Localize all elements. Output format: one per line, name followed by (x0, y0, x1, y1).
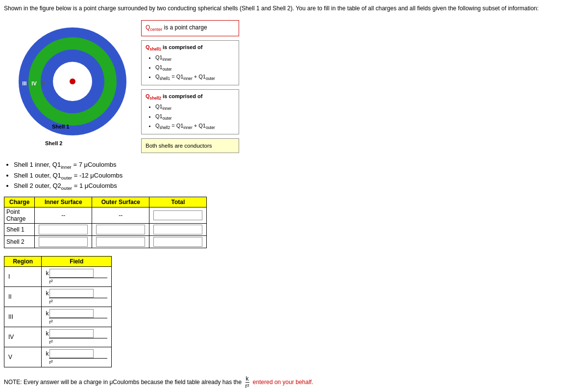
info-boxes-container: Qcenter is a point charge Qshell1 is com… (141, 20, 239, 153)
shell2-label: Shell 2 (45, 140, 62, 146)
field-k-III: k (46, 310, 49, 317)
given-values-list: Shell 1 inner, Q1inner = 7 μCoulombs She… (14, 161, 584, 191)
region-I-label: I (4, 267, 42, 287)
shell2-info-box: Qshell2 is comprised of Q1inner Q1outer … (141, 89, 239, 134)
shell2-outer-input[interactable] (96, 237, 145, 247)
shell1-title: Qshell1 is comprised of (146, 43, 235, 52)
inner-surface-col-header: Inner Surface (35, 197, 92, 207)
conductors-info-box: Both shells are conductors (141, 138, 239, 153)
total-col-header: Total (149, 197, 207, 207)
region-II-label: II (4, 287, 42, 307)
shell2-total-input[interactable] (153, 237, 202, 247)
field-denom-V: r² (49, 359, 52, 365)
table-row: Point Charge -- -- (4, 207, 207, 224)
field-k-IV: k (46, 330, 49, 337)
note-line: NOTE: Every answer will be a charge in μ… (4, 375, 584, 388)
shell1-inner-input[interactable] (39, 225, 88, 234)
region-label-I: I (8, 80, 9, 86)
row-label-point-charge: Point Charge (4, 207, 35, 224)
point-charge-label: Qcenter (146, 24, 162, 31)
shell1-label: Shell 1 (52, 124, 69, 129)
shell1-outer-cell (92, 224, 149, 236)
charge-table-wrap: Charge Inner Surface Outer Surface Total… (4, 197, 584, 248)
point-charge-info-box: Qcenter is a point charge (141, 20, 239, 36)
charge-col-header: Charge (4, 197, 35, 207)
shell1-outer-input[interactable] (96, 225, 145, 234)
table-row: Shell 2 (4, 236, 207, 248)
shell1-info-box: Qshell1 is comprised of Q1inner Q1outer … (141, 40, 239, 85)
given-shell1-inner: Shell 1 inner, Q1inner = 7 μCoulombs (14, 161, 584, 170)
point-charge-outer: -- (92, 207, 149, 224)
region-table-wrap: Region Field I k r² (4, 256, 584, 367)
field-III-input[interactable] (49, 309, 94, 318)
field-II-input[interactable] (49, 289, 94, 298)
center-point-charge (70, 78, 75, 84)
field-denom-II: r² (49, 299, 52, 305)
shell2-inner-input[interactable] (39, 237, 88, 247)
field-III-cell: k r² (42, 307, 112, 327)
note-fraction: k r² (245, 375, 249, 388)
shell1-list: Q1inner Q1outer Qshell1 = Q1inner + Q1ou… (146, 53, 235, 82)
field-V-cell: k r² (42, 347, 112, 367)
shell1-total-cell (149, 224, 207, 236)
shell2-total-cell (149, 236, 207, 248)
field-IV-cell: k r² (42, 327, 112, 347)
note-prefix: NOTE: Every answer will be a charge in μ… (4, 379, 242, 386)
note-suffix: entered on your behalf. (253, 379, 313, 386)
table-row: I k r² (4, 267, 112, 287)
region-V-label: V (4, 347, 42, 367)
region-label-IV: IV (31, 80, 36, 86)
point-charge-total (149, 207, 207, 224)
shell1-total-input[interactable] (153, 225, 202, 234)
shell1-inner-cell (35, 224, 92, 236)
shell2-inner-cell (35, 236, 92, 248)
shell2-title: Qshell2 is comprised of (146, 92, 235, 102)
table-row: III k r² (4, 307, 112, 327)
region-col-header: Region (4, 257, 42, 267)
field-I-input[interactable] (49, 269, 94, 278)
given-shell1-outer: Shell 1 outer, Q1outer = -12 μCoulombs (14, 172, 584, 181)
field-II-cell: k r² (42, 287, 112, 307)
point-charge-text: is a point charge (164, 24, 207, 31)
table-row: IV k r² (4, 327, 112, 347)
region-III-label: III (4, 307, 42, 327)
point-charge-total-input[interactable] (153, 210, 202, 220)
table-row: Shell 1 (4, 224, 207, 236)
note-fraction-num: k (245, 375, 249, 383)
given-shell2-outer: Shell 2 outer, Q2outer = 1 μCoulombs (14, 182, 584, 191)
region-IV-label: IV (4, 327, 42, 347)
note-fraction-den: r² (245, 383, 249, 388)
shell2-list: Q1inner Q1outer Qshell2 = Q1inner + Q1ou… (146, 103, 235, 131)
diagram: I II III IV V Shell 1 Shell 2 (4, 18, 131, 150)
field-I-cell: k r² (42, 267, 112, 287)
row-label-shell2: Shell 2 (4, 236, 35, 248)
row-label-shell1: Shell 1 (4, 224, 35, 236)
table-row: II k r² (4, 287, 112, 307)
field-denom-III: r² (49, 319, 52, 325)
region-label-II: II (14, 80, 17, 86)
table-row: V k r² (4, 347, 112, 367)
region-table: Region Field I k r² (4, 256, 112, 367)
header-text: Shown in the figure below is a point cha… (4, 4, 584, 13)
region-label-III: III (22, 80, 26, 86)
field-k-V: k (46, 350, 49, 357)
outer-surface-col-header: Outer Surface (92, 197, 149, 207)
region-label-V: V (42, 80, 45, 86)
field-V-input[interactable] (49, 349, 94, 358)
field-denom-IV: r² (49, 339, 52, 345)
charge-table: Charge Inner Surface Outer Surface Total… (4, 197, 207, 248)
field-IV-input[interactable] (49, 329, 94, 338)
shell2-outer-cell (92, 236, 149, 248)
field-k-I: k (46, 270, 49, 277)
field-denom-I: r² (49, 279, 52, 285)
point-charge-inner: -- (35, 207, 92, 224)
conductors-label: Both shells are conductors (146, 143, 212, 149)
field-k-II: k (46, 290, 49, 297)
field-col-header: Field (42, 257, 112, 267)
